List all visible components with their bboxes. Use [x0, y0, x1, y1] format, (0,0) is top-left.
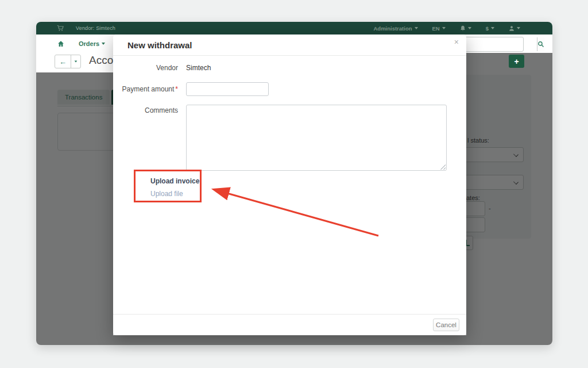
comments-label: Comments — [113, 106, 178, 114]
top-bar: Vendor: Simtech Administration EN — [36, 22, 552, 34]
nav-item-orders[interactable]: Orders — [79, 40, 105, 47]
home-icon[interactable] — [57, 40, 64, 47]
modal-title: New withdrawal — [127, 34, 192, 56]
chevron-down-icon — [415, 27, 418, 29]
vendor-label: Vendor: Simtech — [76, 25, 115, 31]
payment-amount-label-text: Payment amount — [122, 85, 175, 93]
back-button-group: ← — [55, 55, 81, 68]
menu-language[interactable]: EN — [432, 25, 446, 32]
menu-currency[interactable]: $ — [486, 25, 494, 32]
required-asterisk: * — [175, 85, 178, 93]
menu-language-label: EN — [432, 25, 440, 32]
add-withdrawal-button[interactable]: + — [509, 55, 524, 68]
modal-backdrop — [113, 335, 466, 345]
upload-file-link[interactable]: Upload file — [150, 190, 202, 198]
upload-invoice-section: Upload invoice Upload file — [135, 170, 202, 203]
currency-icon: $ — [486, 25, 489, 32]
back-button[interactable]: ← — [55, 55, 71, 68]
search-button[interactable] — [537, 37, 544, 51]
menu-account[interactable] — [509, 25, 520, 32]
comments-field-wrap — [186, 105, 447, 171]
cancel-button[interactable]: Cancel — [433, 319, 459, 331]
nav-orders-label: Orders — [79, 40, 99, 47]
upload-invoice-label: Upload invoice — [150, 177, 202, 185]
bell-icon — [460, 25, 466, 32]
cart-icon[interactable] — [57, 25, 64, 32]
plus-icon: + — [514, 57, 519, 66]
chevron-down-icon — [442, 27, 446, 29]
screenshot-stage: Vendor: Simtech Administration EN — [0, 0, 588, 368]
modal-backdrop — [466, 53, 552, 345]
payment-amount-label: Payment amount* — [113, 85, 178, 93]
arrow-left-icon: ← — [59, 57, 67, 66]
new-withdrawal-modal: New withdrawal × Vendor Simtech Payment … — [113, 34, 466, 335]
modal-footer: Cancel — [113, 314, 466, 335]
vendor-field-label: Vendor — [113, 64, 178, 72]
vendor-field-value: Simtech — [186, 64, 211, 72]
payment-amount-input[interactable] — [186, 82, 269, 96]
menu-notifications[interactable] — [460, 25, 471, 32]
chevron-down-icon — [491, 27, 494, 29]
close-icon[interactable]: × — [454, 37, 459, 47]
search-icon — [537, 41, 544, 48]
chevron-down-icon — [468, 27, 471, 29]
chevron-down-icon — [75, 60, 78, 62]
chevron-down-icon — [517, 27, 520, 29]
user-icon — [509, 25, 514, 32]
chevron-down-icon — [102, 43, 105, 45]
menu-administration[interactable]: Administration — [373, 25, 417, 32]
back-dropdown-button[interactable] — [71, 55, 80, 68]
menu-administration-label: Administration — [373, 25, 412, 32]
comments-textarea[interactable] — [186, 105, 447, 171]
modal-header: New withdrawal × — [113, 34, 466, 56]
modal-backdrop — [36, 72, 113, 345]
